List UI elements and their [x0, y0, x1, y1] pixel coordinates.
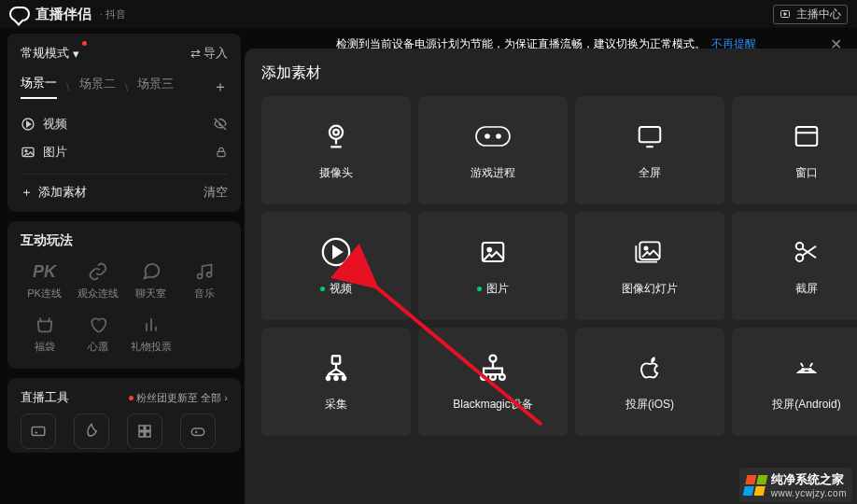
interact-audience[interactable]: 观众连线 [74, 257, 121, 304]
apple-icon [637, 352, 663, 384]
svg-point-29 [334, 376, 337, 379]
tools-badge[interactable]: 粉丝团更新至 全部 › [129, 391, 228, 405]
svg-point-32 [481, 374, 486, 380]
material-image[interactable]: 图片 [418, 212, 568, 320]
scene-panel: 常规模式 ▾ ⇄ 导入 场景一 \ 场景二 \ 场景三 ＋ 视频 [7, 34, 241, 212]
source-label: 图片 [43, 144, 67, 161]
plus-icon: ＋ [21, 184, 33, 201]
slideshow-icon [632, 236, 667, 268]
tool-btn-4[interactable] [180, 413, 216, 449]
clear-button[interactable]: 清空 [204, 184, 228, 201]
import-button[interactable]: ⇄ 导入 [190, 45, 228, 62]
svg-rect-4 [218, 151, 225, 156]
material-window[interactable]: 窗口 [732, 96, 857, 204]
material-camera[interactable]: 摄像头 [261, 96, 411, 204]
scene-tab-1[interactable]: 场景一 [21, 75, 57, 99]
interact-pk[interactable]: PKPK连线 [21, 257, 68, 304]
app-subtitle: · 抖音 [100, 7, 126, 21]
interact-chat[interactable]: 聊天室 [127, 257, 175, 304]
interact-empty [180, 310, 228, 357]
svg-point-34 [499, 374, 505, 380]
material-fullscreen[interactable]: 全屏 [575, 96, 724, 204]
grid-icon [136, 423, 153, 440]
chevron-right-icon: › [224, 392, 228, 403]
svg-rect-11 [146, 432, 150, 437]
window-icon [792, 120, 822, 152]
material-slideshow[interactable]: 图像幻灯片 [575, 212, 724, 320]
new-dot [477, 287, 482, 291]
poll-icon [142, 314, 161, 336]
heart-icon [89, 314, 107, 336]
add-scene-button[interactable]: ＋ [213, 77, 228, 97]
mode-select[interactable]: 常规模式 ▾ [21, 45, 79, 62]
logo-icon [9, 7, 30, 21]
bag-icon [35, 314, 55, 336]
interact-bag[interactable]: 福袋 [21, 310, 68, 357]
svg-point-26 [796, 254, 804, 261]
tools-grid [21, 413, 228, 449]
svg-rect-15 [476, 127, 510, 146]
svg-point-35 [802, 368, 804, 370]
visibility-off-icon[interactable] [213, 117, 228, 132]
monitor-icon [634, 120, 666, 152]
tool-btn-3[interactable] [127, 413, 162, 449]
svg-point-5 [197, 274, 202, 279]
new-dot [320, 287, 325, 291]
material-capture[interactable]: 采集 [261, 328, 411, 436]
source-row-video[interactable]: 视频 [21, 110, 228, 138]
interact-music[interactable]: 音乐 [180, 257, 228, 304]
tool-btn-2[interactable] [74, 413, 109, 449]
interact-wish[interactable]: 心愿 [74, 310, 121, 357]
svg-rect-19 [796, 127, 818, 146]
svg-rect-12 [191, 428, 204, 436]
source-row-image[interactable]: 图片 [21, 138, 228, 166]
interact-poll[interactable]: 礼物投票 [127, 310, 175, 357]
anchor-center-label: 主播中心 [796, 7, 841, 22]
svg-rect-27 [332, 356, 341, 364]
add-source-row: ＋ 添加素材 清空 [21, 174, 228, 201]
broadcast-icon [780, 8, 791, 20]
lock-icon[interactable] [215, 146, 228, 159]
music-icon [195, 260, 214, 283]
material-android[interactable]: 投屏(Android) [732, 328, 857, 436]
controller-icon [190, 423, 206, 440]
add-source-button[interactable]: 添加素材 [38, 184, 87, 201]
device-tree-icon [477, 352, 509, 384]
image-icon [477, 236, 509, 268]
anchor-center-button[interactable]: 主播中心 [773, 5, 848, 24]
scene-tab-3[interactable]: 场景三 [137, 76, 174, 98]
mode-row: 常规模式 ▾ ⇄ 导入 [21, 45, 228, 62]
capture-icon [320, 352, 352, 384]
mode-label: 常规模式 [21, 45, 69, 62]
scene-tab-2[interactable]: 场景二 [79, 76, 116, 98]
material-ios[interactable]: 投屏(iOS) [575, 328, 724, 436]
app-logo: 直播伴侣 · 抖音 [9, 6, 126, 23]
svg-point-17 [497, 134, 500, 138]
add-material-modal: 添加素材 摄像头 游戏进程 全屏 窗口 视频 图片 图像幻灯片 [245, 49, 857, 504]
image-icon [21, 145, 35, 160]
svg-rect-9 [146, 426, 150, 430]
red-dot-icon [129, 396, 133, 400]
material-blackmagic[interactable]: Blackmagic设备 [418, 328, 568, 436]
leaf-icon [83, 423, 100, 440]
notification-dot [82, 41, 87, 46]
svg-point-16 [485, 134, 489, 138]
svg-point-22 [487, 247, 491, 251]
svg-point-33 [490, 374, 496, 380]
material-grid: 摄像头 游戏进程 全屏 窗口 视频 图片 图像幻灯片 截屏 [261, 96, 857, 436]
material-game[interactable]: 游戏进程 [418, 96, 568, 204]
tools-title: 直播工具 [21, 389, 69, 406]
tool-btn-1[interactable] [21, 413, 56, 449]
windows-flag-icon [742, 475, 767, 496]
interact-grid: PKPK连线 观众连线 聊天室 音乐 福袋 心愿 礼物投票 [21, 257, 228, 357]
svg-rect-18 [639, 127, 661, 142]
interact-panel: 互动玩法 PKPK连线 观众连线 聊天室 音乐 福袋 心愿 礼物投票 [7, 221, 241, 369]
link-icon [88, 260, 108, 283]
material-video[interactable]: 视频 [261, 212, 411, 320]
svg-rect-8 [139, 426, 144, 430]
svg-point-28 [327, 376, 330, 379]
scissors-icon [791, 236, 822, 268]
svg-point-30 [343, 376, 345, 379]
svg-point-6 [206, 273, 211, 277]
material-screenshot[interactable]: 截屏 [732, 212, 857, 320]
